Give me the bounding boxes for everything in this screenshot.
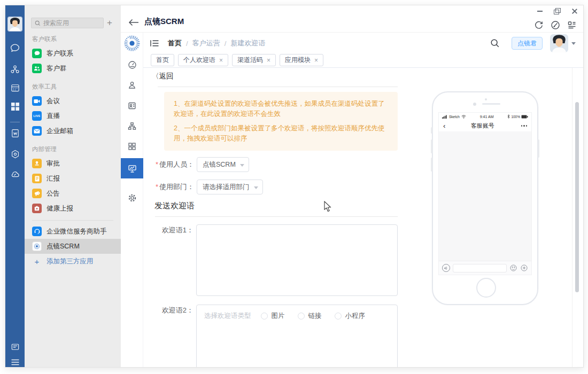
customer-profile-icon[interactable]	[121, 99, 143, 113]
sidebar-item-dianjing-scrm[interactable]: 点镜SCRM	[25, 239, 121, 254]
search-input[interactable]: 搜索应用	[31, 18, 104, 28]
workbench-icon-active[interactable]	[5, 100, 25, 113]
restore-button[interactable]	[554, 8, 561, 14]
approval-icon	[32, 159, 42, 168]
greeting2-label: 欢迎语2：	[143, 306, 194, 315]
collapse-menu-icon[interactable]	[150, 39, 159, 48]
avatar-dropdown-caret[interactable]	[571, 42, 576, 45]
tab-label: 应用模块	[285, 56, 311, 65]
feedback-icon[interactable]	[551, 20, 560, 30]
sidebar-item-live[interactable]: LIVE 直播	[25, 108, 121, 123]
tab-app-modules[interactable]: 应用模块 ×	[280, 54, 323, 66]
tab-personal-greeting[interactable]: 个人欢迎语 ×	[178, 54, 228, 66]
user-select-value: 点镜SCRM	[203, 160, 236, 169]
divider	[155, 216, 398, 217]
select-caret-icon	[240, 164, 244, 167]
sidebar-item-service-assistant[interactable]: 企业微信服务商助手	[25, 224, 121, 239]
minimize-button[interactable]	[537, 8, 544, 14]
settings-gear-icon[interactable]	[121, 191, 143, 205]
sidebar-item-health-report[interactable]: 健康上报	[25, 201, 121, 216]
header-search-icon[interactable]	[490, 38, 500, 48]
item-label: 客户群	[47, 64, 67, 73]
item-label: 企业微信服务商助手	[47, 227, 107, 236]
greeting2-box[interactable]: 选择欢迎语类型 图片 链接	[196, 305, 398, 367]
send-greeting-title: 发送欢迎语	[154, 201, 195, 211]
tab-close-icon[interactable]: ×	[314, 57, 318, 64]
plus-icon: +	[32, 257, 42, 266]
sidebar-item-meeting[interactable]: 会议	[25, 94, 121, 108]
tab-label: 渠道活码	[237, 56, 263, 65]
marketing-nav-active[interactable]	[121, 158, 143, 178]
wecom-window: 搜索应用 + 客户联系 客户联系 客户群 效率工具	[5, 5, 584, 368]
greeting1-textarea[interactable]	[196, 224, 398, 296]
back-arrow-icon[interactable]	[128, 19, 139, 26]
notice-line: 2、一个成员或部门如果被设置了多个欢迎语，将按照欢迎语顺序优先使用，拖拽欢迎语可…	[174, 123, 388, 144]
phone-power-button	[538, 139, 539, 158]
user-badge-button[interactable]: 点镜君	[512, 37, 543, 50]
titlebar: 点镜SCRM	[121, 5, 583, 33]
scrm-app-window: 点镜SCRM	[121, 5, 583, 367]
tab-close-icon[interactable]: ×	[267, 57, 270, 64]
customer-group-icon	[32, 64, 42, 73]
org-structure-icon[interactable]	[121, 119, 143, 133]
breadcrumb-customer-ops[interactable]: 客户运营	[192, 38, 220, 48]
wifi-icon	[461, 115, 466, 119]
tab-close-icon[interactable]: ×	[219, 57, 223, 64]
item-label: 点镜SCRM	[47, 242, 80, 251]
tab-bar: 首页 个人欢迎语 × 渠道活码 × 应用模块 ×	[143, 54, 583, 68]
sidebar-item-approval[interactable]: 审批	[25, 156, 121, 171]
content-right-border	[572, 68, 572, 367]
page-content: 〈返回 1、在渠道码处设置的欢迎语会被优先推送，如果成员在渠道码处设置了欢迎语，…	[143, 68, 583, 367]
messages-icon[interactable]	[5, 42, 25, 54]
plus-circle-icon	[520, 264, 528, 272]
documents-icon[interactable]	[5, 127, 25, 139]
sidebar-item-announcement[interactable]: 公告	[25, 186, 121, 201]
refresh-icon[interactable]	[534, 20, 544, 30]
radio-miniprogram[interactable]: 小程序	[335, 311, 366, 321]
user-avatar[interactable]	[7, 17, 22, 32]
dashboard-icon[interactable]	[121, 58, 143, 72]
add-third-party-app-link[interactable]: + 添加第三方应用	[25, 254, 121, 269]
sidebar-item-customer-group[interactable]: 客户群	[25, 61, 121, 76]
phone-time: 9:41 AM	[466, 115, 508, 119]
item-label: 企业邮箱	[47, 127, 73, 136]
phone-volume-up	[431, 139, 432, 153]
sidebar-item-report[interactable]: 汇报	[25, 171, 121, 186]
phone-camera	[473, 103, 476, 106]
calendar-icon[interactable]	[5, 81, 25, 94]
add-link-label: 添加第三方应用	[47, 257, 94, 266]
tab-channel-code[interactable]: 渠道活码 ×	[232, 54, 276, 66]
sidebar-divider	[32, 220, 113, 221]
drive-icon[interactable]	[5, 147, 25, 160]
header-avatar[interactable]	[550, 34, 568, 52]
multi-window-icon[interactable]	[567, 20, 577, 30]
radio-circle-icon	[298, 313, 305, 320]
back-link[interactable]: 〈返回	[152, 72, 174, 81]
left-rail	[5, 5, 25, 367]
member-icon[interactable]	[121, 78, 143, 92]
radio-link[interactable]: 链接	[298, 311, 322, 321]
vertical-scrollbar-thumb[interactable]	[575, 102, 579, 292]
breadcrumb-home[interactable]: 首页	[168, 38, 182, 48]
health-icon	[32, 204, 42, 213]
modules-icon[interactable]	[121, 139, 143, 153]
sidebar-item-mail[interactable]: 企业邮箱	[25, 123, 121, 138]
tab-home[interactable]: 首页	[151, 54, 174, 66]
user-field-label: *使用人员：	[143, 160, 194, 169]
dianjing-logo-icon	[32, 241, 42, 251]
add-app-button[interactable]: +	[104, 18, 115, 28]
sidebar-item-customer-contact[interactable]: 客户联系	[25, 46, 121, 61]
tab-label: 首页	[156, 56, 169, 65]
cloud-icon[interactable]	[5, 168, 25, 181]
search-icon	[35, 20, 41, 26]
scrm-main: 首页 / 客户运营 / 新建欢迎语 点镜君	[143, 33, 583, 367]
assistant-icon	[32, 227, 42, 236]
user-select[interactable]: 点镜SCRM	[197, 157, 249, 172]
close-button[interactable]	[571, 8, 578, 14]
menu-icon[interactable]	[5, 356, 25, 369]
phone-speaker	[482, 103, 500, 105]
workspace-icon[interactable]	[5, 340, 25, 353]
dept-select[interactable]: 请选择适用部门	[197, 180, 263, 194]
contacts-icon[interactable]	[5, 63, 25, 76]
radio-image[interactable]: 图片	[261, 311, 285, 321]
